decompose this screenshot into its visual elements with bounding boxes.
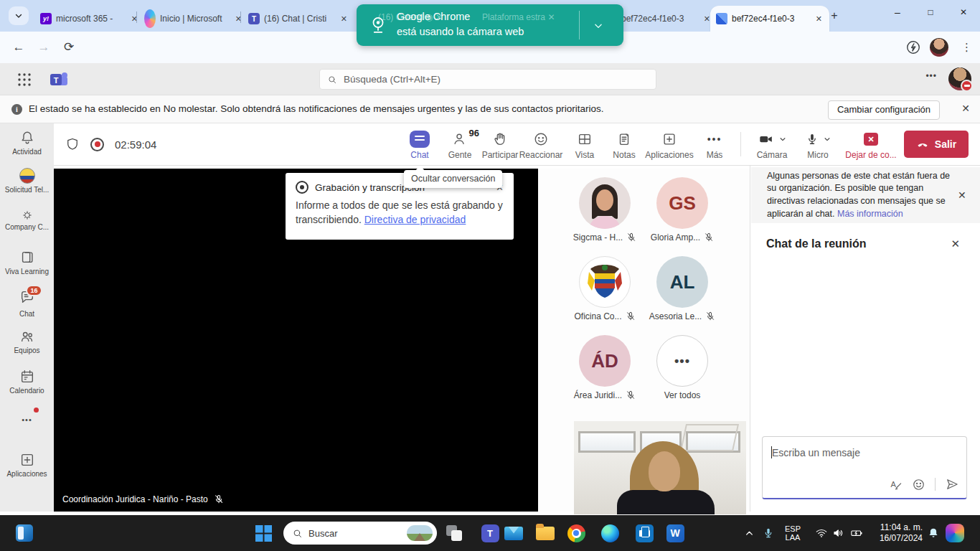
copilot-button[interactable] [946,515,964,551]
tray-notifications[interactable] [927,515,940,551]
language-indicator[interactable]: ESP LAA [785,524,801,542]
banner-close-icon[interactable]: ✕ [961,103,970,114]
self-video-tile[interactable] [574,421,746,514]
taskbar-app-mail[interactable] [504,524,523,542]
meeting-tab-reaccionar[interactable]: Reaccionar [516,126,566,165]
hide-conversation-tooltip: Ocultar conversación [404,170,502,188]
task-view-icon [446,525,462,541]
new-tab-button[interactable]: + [826,9,842,24]
tab-search-button[interactable] [9,6,29,25]
more-info-link[interactable]: Más información [837,209,903,219]
notification-expand-icon[interactable] [593,21,603,31]
sidebar-item-company[interactable]: Company C... [0,209,54,231]
browser-tab-microsoft365[interactable]: y! microsoft 365 - ✕ [34,6,145,32]
tray-volume[interactable] [832,515,845,551]
meeting-tab-aplicaciones[interactable]: Aplicaciones [641,126,698,165]
ceiling-panel [680,424,739,451]
taskbar-app-teams[interactable]: T [481,524,499,542]
sidebar-item-solicitud[interactable]: Solicitud Tel... [0,168,54,194]
forward-button[interactable]: → [34,37,54,57]
back-button[interactable]: ← [9,37,29,57]
tray-clock[interactable]: 11:04 a. m. 16/07/2024 [872,522,923,544]
taskbar-app-edge[interactable] [600,524,619,542]
taskbar-search[interactable]: Buscar [283,522,437,545]
tray-battery[interactable] [849,515,864,551]
tray-expand-button[interactable] [745,515,754,551]
chat-panel-close-icon[interactable]: ✕ [951,237,960,250]
widgets-button[interactable] [16,515,33,551]
compose-actions: A [889,477,959,491]
recording-indicator-icon [90,138,104,151]
chat-icon [410,131,430,148]
tray-wifi[interactable] [815,515,828,551]
send-icon[interactable] [945,477,959,491]
bing-daily-image[interactable] [407,525,433,541]
window-close-button[interactable]: ✕ [947,0,980,26]
message-placeholder: Escriba un mensaje [771,446,860,458]
meeting-tab-gente[interactable]: 96 Gente [440,126,480,165]
participant-avatar-initials[interactable]: ÁD [579,335,631,387]
browser-profile-avatar[interactable] [930,38,948,57]
emoji-icon[interactable] [912,478,925,491]
taskbar-app-word[interactable]: W [666,524,684,542]
sidebar-item-aplicaciones[interactable]: Aplicaciones [0,452,54,478]
window-minimize-button[interactable]: – [881,0,914,26]
more-icon: ••• [707,131,722,148]
chevron-down-icon[interactable] [779,136,786,143]
sidebar-item-equipos[interactable]: Equipos [0,329,54,354]
window-maximize-button[interactable]: □ [914,0,947,26]
chevron-down-icon[interactable] [824,136,831,143]
change-settings-button[interactable]: Cambiar configuración [828,100,940,120]
sidebar-item-more[interactable]: ••• [0,408,54,424]
gear-icon [22,209,33,221]
sidebar-item-actividad[interactable]: Actividad [0,130,54,156]
leave-meeting-button[interactable]: Salir [904,131,969,158]
participant-avatar-photo[interactable] [579,177,631,229]
tab-close-icon[interactable]: ✕ [339,14,349,24]
participant-name: Oficina Co... [562,311,648,321]
waffle-menu-icon[interactable] [17,72,32,87]
teams-search-input[interactable]: Búsqueda (Ctrl+Alt+E) [319,69,656,90]
camera-control[interactable]: Cámara [748,126,796,165]
meeting-tab-notas[interactable]: Notas [604,126,644,165]
meeting-toolbar: 02:59:04 Chat 96 Gente Participar [54,123,980,166]
teams-more-options-icon[interactable]: ••• [925,71,937,81]
taskbar-app-explorer[interactable] [536,524,555,542]
browser-tab-inicio[interactable]: Inicio | Microsoft ✕ [138,6,249,32]
participant-name: Gloria Amp... [639,232,725,242]
browser-menu-icon[interactable]: ⋮ [961,41,972,54]
reload-button[interactable]: ⟳ [59,37,79,57]
notification-title: Google Chrome [397,11,470,22]
tray-mic-in-use[interactable] [762,515,775,551]
search-icon [327,75,337,85]
message-input[interactable]: Escriba un mensaje A [762,436,967,499]
format-icon[interactable]: A [889,478,903,491]
taskbar-app-fax[interactable] [635,524,654,542]
taskbar-app-chrome[interactable] [567,524,585,542]
sidebar-item-calendario[interactable]: Calendario [0,369,54,395]
extension-icon[interactable] [905,39,921,55]
mic-control[interactable]: Micro [797,126,839,165]
privacy-policy-link[interactable]: Directiva de privacidad [364,214,466,225]
browser-tab-teams-chat[interactable]: T (16) Chat | Cristi ✕ [242,6,354,32]
participant-avatar-initials[interactable]: GS [656,177,708,229]
start-button[interactable] [255,515,272,551]
teams-profile-avatar[interactable] [948,67,971,90]
see-everyone-button[interactable]: ••• [656,335,708,387]
sidebar-item-chat[interactable]: 16 Chat [0,289,54,318]
task-view-button[interactable] [446,515,462,551]
colombia-crest-icon [586,262,623,302]
meeting-tab-chat[interactable]: Chat [400,126,440,165]
toolbar-divider [740,132,741,156]
browser-tab-bef72ec4-active[interactable]: bef72ec4-f1e0-3 ✕ [710,6,829,32]
chrome-camera-notification[interactable]: (16) Calend ◉ ✕ Plataforma estra ✕ Googl… [357,4,623,46]
stop-sharing-control[interactable]: ✕ Dejar de co... [842,126,900,165]
notice-close-icon[interactable]: ✕ [958,189,966,201]
sidebar-item-viva-learning[interactable]: Viva Learning [0,250,54,276]
meeting-tab-vista[interactable]: Vista [565,126,605,165]
meeting-tab-mas[interactable]: ••• Más [697,126,732,165]
tab-close-icon[interactable]: ✕ [814,14,824,24]
copilot-favicon [144,9,156,28]
participant-avatar-crest[interactable] [579,256,631,308]
participant-avatar-initials[interactable]: AL [656,256,708,308]
